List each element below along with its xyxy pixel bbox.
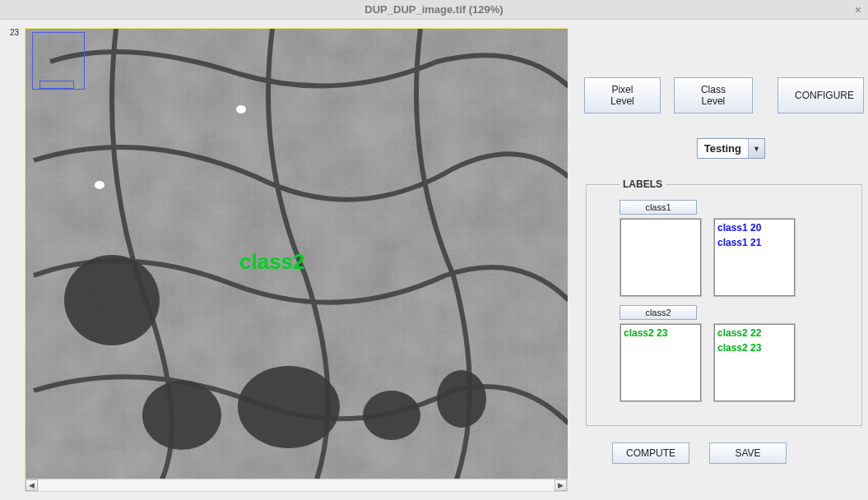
microscopy-image <box>26 29 568 480</box>
svg-point-7 <box>437 370 486 428</box>
list-item[interactable]: class2 23 <box>624 326 698 340</box>
svg-point-4 <box>142 381 221 450</box>
list-item[interactable]: class2 22 <box>717 326 791 340</box>
titlebar: DUP_DUP_image.tif (129%) × <box>0 0 868 20</box>
labels-panel: LABELS class1 class1 20 class1 21 <box>586 178 862 426</box>
class2-button[interactable]: class2 <box>620 305 697 320</box>
svg-point-3 <box>64 255 160 345</box>
class1-right-list[interactable]: class1 20 class1 21 <box>713 218 796 297</box>
bottom-toolbar: COMPUTE SAVE <box>584 442 864 464</box>
mode-select-value: Testing <box>698 139 748 158</box>
image-viewport[interactable]: class2 <box>25 28 568 480</box>
close-icon[interactable]: × <box>855 3 861 16</box>
class2-section: class2 class2 23 class2 22 class2 23 <box>620 305 829 402</box>
svg-point-6 <box>363 391 420 440</box>
scroll-right-arrow-icon[interactable]: ▶ <box>555 479 567 491</box>
list-item[interactable]: class2 23 <box>717 340 791 355</box>
class2-right-list[interactable]: class2 22 class2 23 <box>713 323 796 402</box>
class1-button[interactable]: class1 <box>620 200 697 215</box>
labels-legend: LABELS <box>620 178 666 190</box>
compute-button[interactable]: COMPUTE <box>612 442 689 464</box>
save-button[interactable]: SAVE <box>709 442 787 464</box>
image-panel: 23 <box>8 28 568 492</box>
pixel-level-button[interactable]: Pixel Level <box>584 77 661 113</box>
mode-select[interactable]: Testing ▼ <box>697 138 765 159</box>
svg-point-5 <box>238 366 340 448</box>
mode-toolbar: Pixel Level Class Level CONFIGURE <box>584 77 864 113</box>
class2-left-list[interactable]: class2 23 <box>620 323 702 402</box>
svg-point-9 <box>236 105 246 113</box>
navigation-overview-box[interactable] <box>32 32 85 90</box>
svg-point-8 <box>95 181 104 189</box>
navigation-viewport-indicator[interactable] <box>39 81 74 89</box>
class1-left-list[interactable] <box>620 218 702 297</box>
scroll-left-arrow-icon[interactable]: ◀ <box>26 479 38 491</box>
right-panel: Pixel Level Class Level CONFIGURE Testin… <box>568 28 868 492</box>
chevron-down-icon: ▼ <box>748 139 764 158</box>
scrollbar-track[interactable] <box>39 479 554 491</box>
list-item[interactable]: class1 21 <box>717 235 791 250</box>
horizontal-scrollbar[interactable]: ◀ ▶ <box>25 479 568 492</box>
class-level-button[interactable]: Class Level <box>674 77 753 113</box>
window-title: DUP_DUP_image.tif (129%) <box>364 3 503 16</box>
class1-section: class1 class1 20 class1 21 <box>620 200 829 297</box>
configure-button[interactable]: CONFIGURE <box>777 77 864 113</box>
ruler-tick-label: 23 <box>10 28 19 37</box>
list-item[interactable]: class1 20 <box>717 220 791 235</box>
